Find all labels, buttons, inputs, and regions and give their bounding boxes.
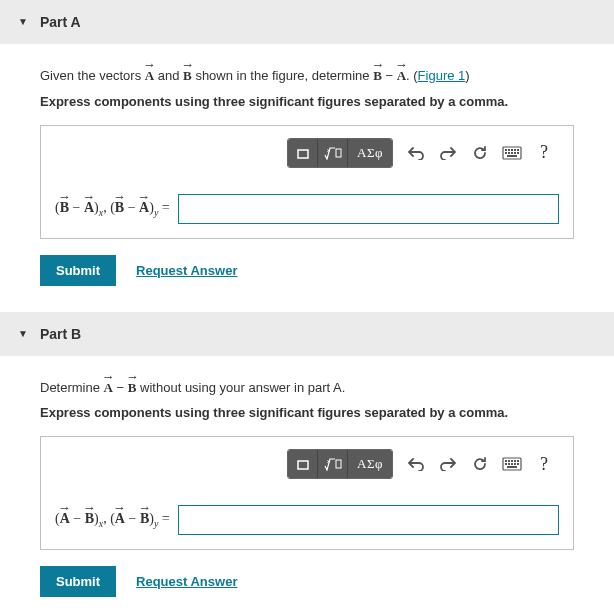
- template-rect-icon[interactable]: [288, 139, 318, 167]
- greek-symbols-button[interactable]: ΑΣφ: [348, 450, 392, 478]
- input-row-b: (A − B)x, (A − B)y =: [55, 505, 559, 535]
- answer-box-b: x ΑΣφ ? (A − B)x,: [40, 436, 574, 550]
- part-a-title: Part A: [40, 14, 81, 30]
- svg-rect-0: [298, 150, 308, 158]
- text: Given the vectors: [40, 68, 145, 83]
- lhs-expression-a: (B − A)x, (B − A)y =: [55, 200, 170, 218]
- svg-rect-9: [505, 152, 507, 154]
- svg-rect-29: [507, 466, 517, 468]
- undo-icon[interactable]: [401, 139, 431, 167]
- svg-rect-27: [514, 463, 516, 465]
- svg-rect-26: [511, 463, 513, 465]
- svg-rect-13: [517, 152, 519, 154]
- text: without using your answer in part A.: [136, 380, 345, 395]
- svg-rect-6: [511, 149, 513, 151]
- svg-rect-21: [511, 460, 513, 462]
- vector-a: A: [104, 378, 113, 398]
- help-icon[interactable]: ?: [529, 139, 559, 167]
- help-icon[interactable]: ?: [529, 450, 559, 478]
- reset-icon[interactable]: [465, 450, 495, 478]
- svg-rect-19: [505, 460, 507, 462]
- vector-b: B: [128, 378, 137, 398]
- caret-down-icon: ▼: [18, 17, 28, 27]
- toolbar-a: x ΑΣφ ?: [55, 138, 559, 168]
- text: Determine: [40, 380, 104, 395]
- redo-icon[interactable]: [433, 450, 463, 478]
- figure-link[interactable]: Figure 1: [418, 68, 466, 83]
- svg-rect-5: [508, 149, 510, 151]
- toolbar-b: x ΑΣφ ?: [55, 449, 559, 479]
- part-b-title: Part B: [40, 326, 81, 342]
- submit-button-b[interactable]: Submit: [40, 566, 116, 597]
- submit-button-a[interactable]: Submit: [40, 255, 116, 286]
- svg-rect-28: [517, 463, 519, 465]
- svg-rect-20: [508, 460, 510, 462]
- svg-rect-24: [505, 463, 507, 465]
- template-buttons: x ΑΣφ: [287, 138, 393, 168]
- svg-rect-11: [511, 152, 513, 154]
- keyboard-icon[interactable]: [497, 139, 527, 167]
- part-b-prompt: Determine A − B without using your answe…: [40, 378, 574, 398]
- svg-rect-8: [517, 149, 519, 151]
- redo-icon[interactable]: [433, 139, 463, 167]
- reset-icon[interactable]: [465, 139, 495, 167]
- part-a-prompt: Given the vectors A and B shown in the f…: [40, 66, 574, 86]
- answer-box-a: x ΑΣφ ? (B − A)x,: [40, 125, 574, 239]
- svg-rect-17: [336, 460, 341, 468]
- svg-rect-12: [514, 152, 516, 154]
- actions-b: Submit Request Answer: [40, 566, 574, 597]
- template-fraction-root-icon[interactable]: x: [318, 139, 348, 167]
- svg-rect-4: [505, 149, 507, 151]
- request-answer-link-a[interactable]: Request Answer: [136, 263, 237, 278]
- part-a-header[interactable]: ▼ Part A: [0, 0, 614, 44]
- svg-rect-7: [514, 149, 516, 151]
- greek-symbols-button[interactable]: ΑΣφ: [348, 139, 392, 167]
- vector-b: B: [373, 66, 382, 86]
- text: ): [465, 68, 469, 83]
- vector-a: A: [397, 66, 406, 86]
- part-a-body: Given the vectors A and B shown in the f…: [0, 44, 614, 312]
- svg-rect-23: [517, 460, 519, 462]
- answer-input-a[interactable]: [178, 194, 559, 224]
- svg-rect-14: [507, 155, 517, 157]
- template-rect-icon[interactable]: [288, 450, 318, 478]
- vector-b: B: [183, 66, 192, 86]
- part-b-body: Determine A − B without using your answe…: [0, 356, 614, 611]
- actions-a: Submit Request Answer: [40, 255, 574, 286]
- svg-rect-2: [336, 149, 341, 157]
- part-a-instruction: Express components using three significa…: [40, 94, 574, 109]
- undo-icon[interactable]: [401, 450, 431, 478]
- part-b-header[interactable]: ▼ Part B: [0, 312, 614, 356]
- vector-a: A: [145, 66, 154, 86]
- answer-input-b[interactable]: [178, 505, 559, 535]
- request-answer-link-b[interactable]: Request Answer: [136, 574, 237, 589]
- text: shown in the figure, determine: [192, 68, 373, 83]
- text: . (: [406, 68, 418, 83]
- text: and: [154, 68, 183, 83]
- svg-rect-15: [298, 461, 308, 469]
- keyboard-icon[interactable]: [497, 450, 527, 478]
- caret-down-icon: ▼: [18, 329, 28, 339]
- svg-rect-10: [508, 152, 510, 154]
- template-fraction-root-icon[interactable]: x: [318, 450, 348, 478]
- svg-rect-25: [508, 463, 510, 465]
- input-row-a: (B − A)x, (B − A)y =: [55, 194, 559, 224]
- svg-rect-22: [514, 460, 516, 462]
- lhs-expression-b: (A − B)x, (A − B)y =: [55, 511, 170, 529]
- template-buttons: x ΑΣφ: [287, 449, 393, 479]
- part-b-instruction: Express components using three significa…: [40, 405, 574, 420]
